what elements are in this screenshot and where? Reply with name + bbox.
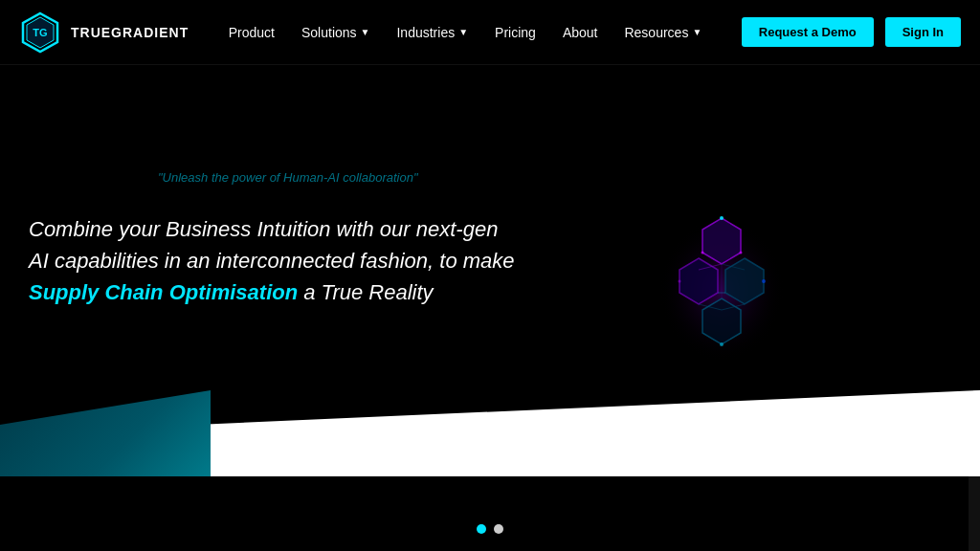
- svg-point-13: [740, 252, 743, 254]
- svg-text:TG: TG: [33, 27, 47, 38]
- hero-main-content: Combine your Business Intuition with our…: [29, 213, 515, 308]
- hero-line1: Combine your Business Intuition with our…: [29, 217, 498, 241]
- nav-industries[interactable]: Industries ▼: [396, 25, 468, 40]
- pagination-dot-1[interactable]: [477, 524, 486, 534]
- hero-highlight: Supply Chain Optimisation: [29, 280, 298, 304]
- request-demo-button[interactable]: Request a Demo: [742, 17, 874, 47]
- hero-quote: "Unleash the power of Human-AI collabora…: [158, 170, 418, 185]
- nav-product[interactable]: Product: [229, 25, 275, 40]
- navbar-logo-area: TG TRUEGRADIENT: [19, 11, 189, 54]
- solutions-dropdown-arrow: ▼: [361, 27, 370, 37]
- navbar-cta-area: Request a Demo Sign In: [742, 17, 961, 47]
- svg-point-14: [702, 252, 704, 254]
- svg-point-15: [762, 279, 766, 283]
- hero-text-block: Combine your Business Intuition with our…: [29, 213, 515, 308]
- svg-point-12: [720, 216, 724, 220]
- nav-solutions[interactable]: Solutions ▼: [301, 25, 370, 40]
- hero-line3: a True Reality: [303, 280, 433, 304]
- nav-resources[interactable]: Resources ▼: [624, 25, 702, 40]
- nav-about[interactable]: About: [563, 25, 598, 40]
- resources-dropdown-arrow: ▼: [692, 27, 702, 37]
- industries-dropdown-arrow: ▼: [458, 27, 468, 37]
- logo-icon[interactable]: TG: [19, 11, 61, 54]
- nav-links: Product Solutions ▼ Industries ▼ Pricing…: [229, 25, 702, 40]
- pagination-dot-2[interactable]: [494, 524, 503, 534]
- bottom-teal-accent: [0, 390, 211, 476]
- sign-in-button[interactable]: Sign In: [885, 17, 961, 47]
- nav-pricing[interactable]: Pricing: [495, 25, 536, 40]
- hero-ai-graphic: [655, 209, 789, 371]
- pagination-dots: [477, 524, 503, 534]
- hero-section: "Unleash the power of Human-AI collabora…: [0, 65, 980, 476]
- navbar: TG TRUEGRADIENT Product Solutions ▼ Indu…: [0, 0, 980, 65]
- svg-point-16: [679, 280, 681, 283]
- svg-point-17: [720, 342, 724, 346]
- hero-line2: AI capabilities in an interconnected fas…: [29, 249, 515, 273]
- brand-name: TRUEGRADIENT: [71, 25, 189, 40]
